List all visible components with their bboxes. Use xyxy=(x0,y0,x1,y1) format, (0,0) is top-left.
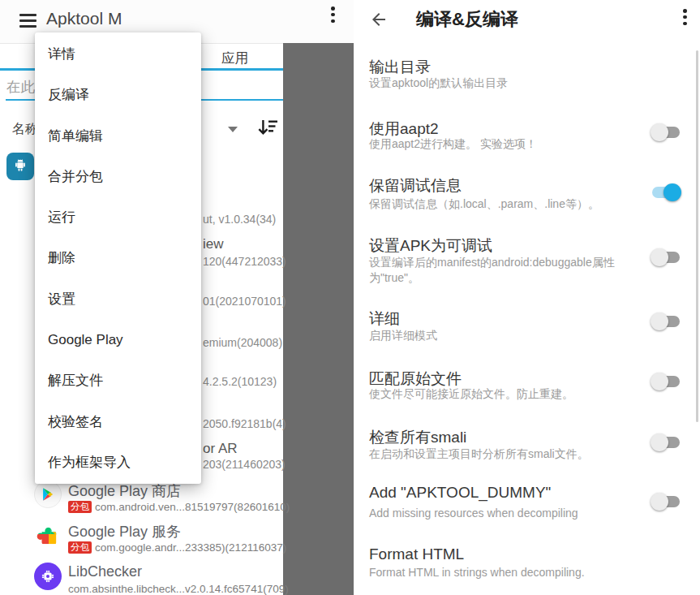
left-screen-apktool-main: Apktool M 应用 在此 名称 xyxy=(0,0,354,595)
split-apk-badge: 分包 xyxy=(68,541,92,554)
list-fragment: 4.2.5.2(10123) xyxy=(203,375,277,388)
menu-item-simple-edit[interactable]: 简单编辑 xyxy=(35,116,201,157)
setting-title[interactable]: Add "APKTOOL_DUMMY" xyxy=(369,484,551,502)
list-fragment: 120(447212033) xyxy=(203,255,286,268)
toggle-keep-debug-info[interactable] xyxy=(651,183,681,201)
split-apk-badge: 分包 xyxy=(68,501,92,513)
setting-title[interactable]: Format HTML xyxy=(369,545,464,563)
toggle-check-all-smali[interactable] xyxy=(651,433,681,451)
app-name: Google Play 服务 xyxy=(68,522,181,541)
setting-subtitle: 保留调试信息（如.local、.param、.line等）。 xyxy=(369,196,643,212)
toggle-verbose[interactable] xyxy=(651,313,681,330)
toggle-apk-debuggable[interactable] xyxy=(651,248,681,266)
list-fragment: 2050.f92181b(4) xyxy=(203,417,286,430)
setting-subtitle: 设置编译后的manifest的android:debuggable属性为"tru… xyxy=(369,255,643,286)
sort-desc-icon[interactable] xyxy=(258,119,279,140)
page-title: 编译&反编译 xyxy=(416,7,518,32)
menu-item-decompile[interactable]: 反编译 xyxy=(35,75,201,115)
list-fragment: emium(204008) xyxy=(203,336,282,349)
setting-subtitle: 使用aapt2进行构建。 实验选项！ xyxy=(369,136,643,152)
play-store-icon xyxy=(34,481,62,508)
dimmed-side-region xyxy=(283,43,354,595)
scrollbar[interactable] xyxy=(696,50,698,422)
arrow-left-icon[interactable] xyxy=(369,10,389,29)
menu-item-details[interactable]: 详情 xyxy=(35,34,201,75)
menu-item-delete[interactable]: 删除 xyxy=(35,238,201,278)
menu-item-google-play[interactable]: Google Play xyxy=(35,320,201,360)
setting-subtitle: 在启动和设置主项目时分析所有smali文件。 xyxy=(369,446,643,462)
menu-item-extract-files[interactable]: 解压文件 xyxy=(35,360,201,401)
toggle-match-original[interactable] xyxy=(651,373,681,390)
libchecker-icon xyxy=(34,563,62,590)
list-fragment: or AR xyxy=(203,441,238,457)
setting-title[interactable]: 详细 xyxy=(369,308,400,330)
menu-item-settings[interactable]: 设置 xyxy=(35,279,201,320)
app-name: LibChecker xyxy=(68,563,142,580)
menu-item-merge-splits[interactable]: 合并分包 xyxy=(35,157,201,197)
setting-title[interactable]: 保留调试信息 xyxy=(369,175,462,196)
search-input[interactable]: 在此 xyxy=(6,77,35,97)
setting-subtitle: Format HTML in strings when decompiling. xyxy=(369,565,643,580)
app-package: com.absinthe.libcheck...v2.0.14.fc65741(… xyxy=(68,583,289,595)
setting-subtitle: Add missing resources when decompiling xyxy=(369,506,643,521)
hamburger-icon[interactable] xyxy=(19,14,37,28)
right-screen-build-settings: 编译&反编译 输出目录 设置apktool的默认输出目录 使用aapt2 使用a… xyxy=(354,0,700,595)
toggle-apktool-dummy[interactable] xyxy=(651,493,681,511)
app-list-row-libchecker[interactable]: LibChecker com.absinthe.libcheck...v2.0.… xyxy=(0,563,283,595)
caret-down-icon[interactable] xyxy=(228,127,238,132)
play-services-icon xyxy=(36,521,63,549)
android-app-icon[interactable] xyxy=(6,153,34,180)
setting-subtitle: 设置apktool的默认输出目录 xyxy=(369,75,643,91)
setting-subtitle: 启用详细模式 xyxy=(369,328,643,343)
menu-item-run[interactable]: 运行 xyxy=(35,197,201,238)
list-fragment: 01(2021070101) xyxy=(203,295,286,308)
toggle-use-aapt2[interactable] xyxy=(651,123,681,141)
app-package: com.android.ven...81519797(82601610) xyxy=(95,501,290,513)
app-list-row-play-services[interactable]: Google Play 服务 分包 com.google.andr...2333… xyxy=(0,521,283,562)
setting-title[interactable]: 检查所有smali xyxy=(369,427,466,448)
context-menu: 详情 反编译 简单编辑 合并分包 运行 删除 设置 Google Play 解压… xyxy=(35,32,201,484)
app-package: com.google.andr...233385)(212116037) xyxy=(95,541,286,554)
app-name: Google Play 商店 xyxy=(68,481,181,501)
list-fragment: iew xyxy=(203,236,224,252)
kebab-icon[interactable] xyxy=(331,6,335,23)
setting-title[interactable]: 设置APK为可调试 xyxy=(369,235,492,257)
menu-item-verify-signature[interactable]: 校验签名 xyxy=(35,402,201,442)
kebab-icon[interactable] xyxy=(683,9,687,25)
setting-subtitle: 使文件尽可能接近原始文件。防止重建。 xyxy=(369,386,643,402)
list-fragment: ut, v1.0.34(34) xyxy=(203,213,276,226)
tab-applications[interactable]: 应用 xyxy=(221,50,248,67)
app-list-row-play-store[interactable]: Google Play 商店 分包 com.android.ven...8151… xyxy=(0,481,283,521)
list-fragment: 203(211460203) xyxy=(203,458,286,471)
app-title: Apktool M xyxy=(46,9,122,28)
menu-item-import-framework[interactable]: 作为框架导入 xyxy=(35,442,201,483)
screenshot-stage: Apktool M 应用 在此 名称 xyxy=(0,0,700,595)
